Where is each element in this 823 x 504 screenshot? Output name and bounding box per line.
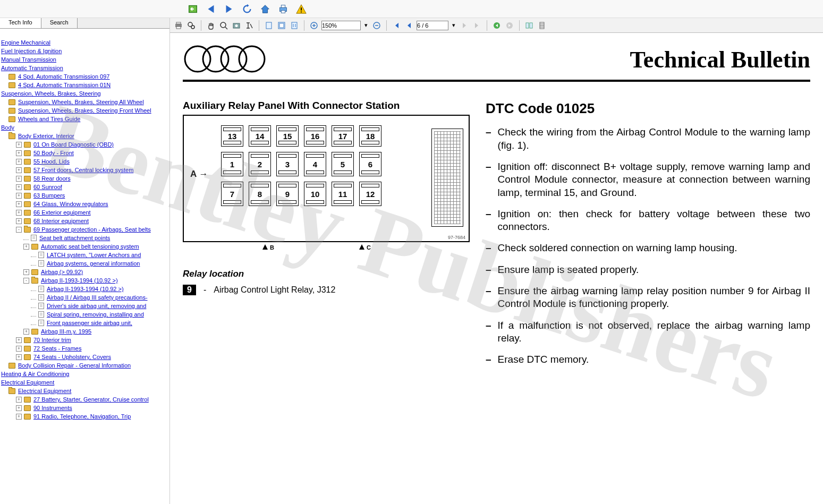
tree-expander[interactable]: + [23, 329, 29, 335]
pdf-prev-page-icon[interactable] [404, 20, 414, 31]
tree-item[interactable]: Airbag II-1993-1994 (10.92 >) [47, 285, 124, 293]
tree-item[interactable]: 91 Radio, Telephone, Navigation, Trip [33, 412, 131, 421]
tree-item[interactable]: 68 Interior equipment [33, 217, 89, 225]
pdf-snapshot-icon[interactable] [231, 20, 242, 31]
tree-expander[interactable]: + [16, 405, 22, 411]
tree-item[interactable]: 72 Seats - Frames [33, 344, 81, 353]
tree-item[interactable]: 63 Bumpers [33, 191, 65, 200]
tree-expander[interactable]: + [16, 397, 22, 403]
tree-item[interactable]: Airbag systems, general information [47, 259, 140, 268]
tree-item[interactable]: 64 Glass, Window regulators [33, 200, 108, 208]
home-icon[interactable] [258, 2, 272, 16]
tree-item[interactable]: Heating & Air Conditioning [1, 370, 69, 378]
tree-expander[interactable]: + [16, 210, 22, 216]
pdf-select-icon[interactable] [218, 20, 229, 31]
tree-item[interactable]: Fuel Injection & Ignition [1, 47, 62, 55]
tree-expander[interactable]: + [23, 269, 29, 275]
tree-item[interactable]: Airbag (> 09.92) [41, 268, 83, 276]
tree-item[interactable]: Front passenger side airbag unit, [47, 319, 132, 327]
pdf-layout2-icon[interactable] [537, 20, 547, 31]
pdf-history-fwd-icon[interactable] [504, 20, 515, 31]
pdf-first-page-icon[interactable] [391, 20, 402, 31]
pdf-text-select-icon[interactable] [244, 20, 254, 31]
tree-item[interactable]: Airbag III-m.y. 1995 [41, 327, 91, 336]
tree-item[interactable]: Automatic Transmission [1, 64, 63, 72]
tree-expander[interactable]: + [16, 184, 22, 190]
tree-expander[interactable]: + [23, 244, 29, 250]
tree-item[interactable]: 60 Sunroof [33, 183, 62, 191]
tree-item[interactable]: Seat belt attachment points [39, 234, 110, 242]
tree-view[interactable]: Engine MechanicalFuel Injection & Igniti… [0, 29, 169, 504]
pdf-next-page-icon[interactable] [459, 20, 470, 31]
tree-expander[interactable]: + [16, 414, 22, 420]
pdf-find-icon[interactable] [186, 20, 197, 31]
tree-expander[interactable]: - [23, 278, 29, 284]
pdf-page-input[interactable] [417, 21, 448, 30]
tree-item[interactable]: Body Exterior, Interior [18, 132, 74, 140]
tree-item[interactable]: Automatic seat belt tensioning system [41, 242, 139, 251]
tree-expander[interactable]: + [16, 176, 22, 182]
tree-item[interactable]: Engine Mechanical [1, 38, 50, 47]
pdf-zoom-input[interactable] [321, 21, 361, 30]
back-window-icon[interactable] [186, 2, 200, 16]
pdf-fit-width-icon[interactable] [276, 20, 287, 31]
tree-item[interactable]: 01 On Board Diagnostic (OBD) [33, 140, 114, 149]
tree-item[interactable]: Wheels and Tires Guide [18, 115, 80, 123]
tree-item[interactable]: Electrical Equipment [18, 387, 71, 395]
page-dropdown-icon[interactable]: ▾ [451, 22, 457, 29]
zoom-dropdown-icon[interactable]: ▾ [363, 22, 369, 29]
tree-item[interactable]: Spiral spring, removing, installing and [47, 310, 144, 319]
tree-item[interactable]: Electrical Equipment [1, 378, 54, 387]
tree-item[interactable]: Airbag II / Airbag III safety precaution… [47, 293, 148, 302]
tree-item[interactable]: 58 Rear doors [33, 174, 71, 183]
pdf-fit-page-icon[interactable] [264, 20, 274, 31]
tree-item[interactable]: 70 Interior trim [33, 336, 71, 344]
tree-item[interactable]: 55 Hood, Lids [33, 157, 70, 166]
tree-item[interactable]: Driver's side airbag unit, removing and [47, 302, 146, 310]
document-viewer[interactable]: Technical Bulletin Auxiliary Relay Panel… [170, 33, 823, 504]
tree-item[interactable]: 27 Battery, Starter, Generator, Cruise c… [33, 395, 149, 404]
tree-item[interactable]: 74 Seats - Upholstery, Covers [33, 353, 111, 361]
print-icon[interactable] [276, 2, 290, 16]
tab-tech-info[interactable]: Tech Info [0, 18, 41, 28]
pdf-print-icon[interactable] [173, 20, 184, 31]
tree-expander[interactable]: + [16, 142, 22, 148]
pdf-zoom-in-icon[interactable] [309, 20, 319, 31]
tree-item[interactable]: 4 Spd. Automatic Transmission 097 [18, 72, 109, 81]
tree-item[interactable]: Airbag II-1993-1994 (10.92 >) [41, 276, 118, 285]
pdf-hand-icon[interactable] [206, 20, 216, 31]
tree-item[interactable]: 50 Body - Front [33, 149, 74, 157]
refresh-icon[interactable] [240, 2, 254, 16]
tree-expander[interactable]: + [16, 201, 22, 207]
tree-item[interactable]: Body Collision Repair - General Informat… [18, 361, 131, 370]
pdf-last-page-icon[interactable] [472, 20, 482, 31]
tree-expander[interactable]: + [16, 159, 22, 165]
tree-item[interactable]: Suspension, Wheels, Brakes, Steering All… [18, 98, 144, 106]
tree-item[interactable]: 90 Instruments [33, 404, 72, 412]
tree-item[interactable]: Body [1, 123, 14, 132]
tree-expander[interactable]: + [16, 346, 22, 352]
tree-item[interactable]: 66 Exterior equipment [33, 208, 91, 217]
tree-expander[interactable]: + [16, 354, 22, 360]
pdf-actual-size-icon[interactable] [289, 20, 300, 31]
tree-expander[interactable]: + [16, 150, 22, 156]
pdf-layout1-icon[interactable] [524, 20, 534, 31]
tree-expander[interactable]: + [16, 337, 22, 343]
tree-item[interactable]: Manual Transmission [1, 55, 56, 64]
pdf-zoom-out-icon[interactable] [371, 20, 382, 31]
nav-next-icon[interactable] [222, 2, 236, 16]
tree-expander[interactable]: + [16, 167, 22, 173]
tree-item[interactable]: 4 Spd. Automatic Transmission 01N [18, 81, 111, 89]
nav-prev-icon[interactable] [204, 2, 218, 16]
tree-item[interactable]: LATCH system, "Lower Anchors and [47, 251, 141, 259]
tab-search[interactable]: Search [41, 18, 78, 28]
tree-item[interactable]: Suspension, Wheels, Brakes, Steering [1, 89, 101, 98]
tree-expander[interactable]: + [16, 218, 22, 224]
pdf-history-back-icon[interactable] [491, 20, 502, 31]
tree-expander[interactable]: + [16, 193, 22, 199]
tree-item[interactable]: 57 Front doors, Central locking system [33, 166, 133, 174]
warning-icon[interactable] [294, 2, 308, 16]
tree-expander[interactable]: - [16, 227, 22, 233]
tree-item[interactable]: Suspension, Wheels, Brakes, Steering Fro… [18, 106, 151, 115]
tree-item[interactable]: 69 Passenger protection - Airbags, Seat … [33, 225, 151, 234]
